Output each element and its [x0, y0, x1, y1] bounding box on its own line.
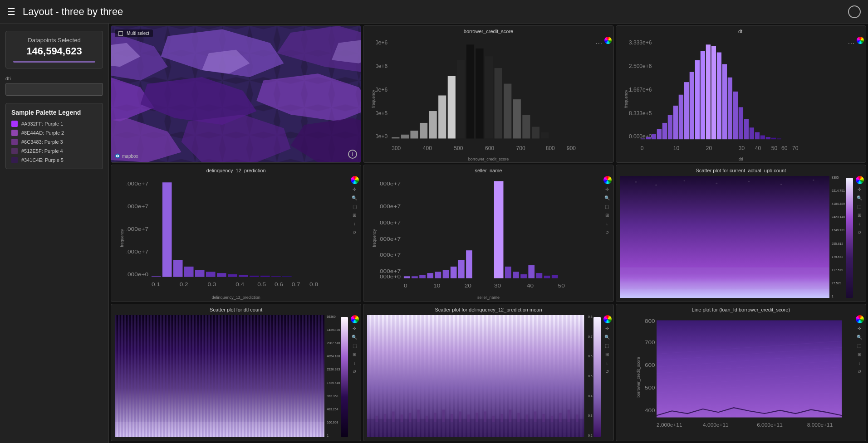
- select-icon-seller[interactable]: ⬚: [603, 203, 611, 210]
- link-icon-loan[interactable]: ⊞: [856, 351, 863, 358]
- chart-title-dti: dti: [616, 26, 866, 35]
- download-icon-delinquency[interactable]: ↓: [351, 220, 358, 227]
- svg-text:40: 40: [527, 283, 534, 289]
- svg-rect-125: [443, 270, 449, 278]
- svg-point-146: [683, 180, 685, 181]
- refresh-icon-delinquency[interactable]: ↺: [351, 229, 358, 236]
- chart-title-seller: seller_name: [363, 165, 613, 174]
- svg-rect-74: [755, 132, 759, 140]
- zoom-icon-seller[interactable]: 🔍: [603, 194, 611, 201]
- select-icon-delinquency[interactable]: ⬚: [351, 203, 358, 210]
- zoom-icon-sdti[interactable]: 🔍: [351, 333, 358, 341]
- svg-rect-165: [409, 413, 412, 422]
- y-axis-seller: frequency: [372, 229, 377, 247]
- link-icon-delinquency[interactable]: ⊞: [351, 211, 358, 219]
- svg-rect-169: [442, 409, 445, 422]
- svg-text:2.000e+7: 2.000e+7: [379, 253, 401, 258]
- svg-text:20: 20: [706, 145, 712, 151]
- refresh-icon-upb[interactable]: ↺: [856, 229, 863, 236]
- svg-rect-57: [662, 123, 667, 139]
- menu-dots-bcs[interactable]: …: [595, 38, 603, 46]
- datapoints-bar: [13, 61, 95, 63]
- zoom-icon-delinquency[interactable]: 🔍: [351, 194, 358, 201]
- dti-svg: 3.333e+6 2.500e+6 1.667e+6 8.333e+5 0.00…: [629, 37, 862, 154]
- svg-rect-67: [716, 53, 721, 140]
- move-icon-sdti[interactable]: ✛: [351, 325, 358, 332]
- download-icon-seller[interactable]: ↓: [603, 220, 611, 227]
- download-icon-sdti[interactable]: ↓: [351, 359, 358, 366]
- svg-text:2.000e+11: 2.000e+11: [657, 422, 682, 427]
- menu-dots-dti[interactable]: …: [848, 38, 855, 46]
- svg-text:6.000e+7: 6.000e+7: [127, 204, 148, 209]
- svg-point-18: [117, 156, 118, 156]
- svg-text:50: 50: [558, 283, 565, 289]
- svg-rect-132: [521, 274, 527, 278]
- svg-text:4.000e+7: 4.000e+7: [127, 226, 148, 232]
- map-multiselect[interactable]: Multi select: [115, 29, 153, 37]
- refresh-icon-loan[interactable]: ↺: [856, 368, 863, 375]
- refresh-icon-sdti[interactable]: ↺: [351, 368, 358, 375]
- svg-text:40: 40: [755, 145, 761, 151]
- move-icon-seller[interactable]: ✛: [603, 185, 611, 193]
- svg-rect-174: [484, 412, 487, 422]
- page-title: Layout - three by three: [23, 6, 848, 18]
- svg-rect-63: [695, 60, 699, 139]
- menu-icon[interactable]: ☰: [7, 6, 15, 17]
- svg-rect-129: [494, 181, 504, 278]
- svg-text:0.7: 0.7: [292, 282, 300, 287]
- svg-text:600: 600: [485, 145, 494, 151]
- select-icon-sdm[interactable]: ⬚: [603, 342, 611, 349]
- mapbox-label: mapbox: [122, 154, 138, 159]
- select-icon-loan[interactable]: ⬚: [856, 342, 863, 349]
- sdti-toolbar: ✛ 🔍 ⬚ ⊞ ↓ ↺: [351, 315, 359, 375]
- move-icon-upb[interactable]: ✛: [856, 185, 863, 193]
- svg-rect-173: [476, 413, 478, 422]
- link-icon-sdti[interactable]: ⊞: [351, 351, 358, 358]
- legend-card: Sample Palette Legend #A932FF: Purple 1#…: [5, 103, 103, 169]
- rainbow-icon-delinquency: [351, 176, 359, 184]
- chart-body-upb: ✛ 🔍 ⬚ ⊞ ↓ ↺: [616, 174, 866, 302]
- select-icon-upb[interactable]: ⬚: [856, 203, 863, 210]
- dti-input[interactable]: [5, 83, 103, 96]
- move-icon-loan[interactable]: ✛: [856, 325, 863, 332]
- svg-rect-155: [115, 315, 324, 437]
- zoom-icon-sdm[interactable]: 🔍: [603, 333, 611, 341]
- svg-rect-73: [749, 127, 754, 139]
- move-icon-sdm[interactable]: ✛: [603, 325, 611, 332]
- link-icon-upb[interactable]: ⊞: [856, 211, 863, 219]
- datapoints-value: 146,594,623: [13, 45, 95, 57]
- svg-text:2.500e+6: 2.500e+6: [629, 63, 652, 69]
- y-axis-dti: frequency: [623, 90, 628, 108]
- svg-rect-102: [260, 276, 270, 277]
- svg-rect-176: [501, 414, 504, 422]
- svg-point-145: [655, 185, 657, 186]
- svg-rect-38: [523, 115, 530, 139]
- svg-rect-35: [495, 68, 502, 138]
- refresh-icon-seller[interactable]: ↺: [603, 229, 611, 236]
- link-icon-sdm[interactable]: ⊞: [603, 351, 611, 358]
- zoom-icon-upb[interactable]: 🔍: [856, 194, 863, 201]
- svg-text:700: 700: [645, 340, 655, 346]
- svg-rect-64: [700, 51, 705, 139]
- chart-body-delinquency-mean: ✛ 🔍 ⬚ ⊞ ↓ ↺: [363, 313, 613, 441]
- zoom-icon-loan[interactable]: 🔍: [856, 333, 863, 341]
- header-circle-icon: [848, 5, 861, 18]
- move-icon-delinquency[interactable]: ✛: [351, 185, 358, 193]
- select-icon-sdti[interactable]: ⬚: [351, 342, 358, 349]
- sdm-svg: [367, 315, 584, 437]
- svg-text:60: 60: [781, 145, 788, 151]
- rainbow-icon-sdti: [351, 315, 359, 323]
- download-icon-loan[interactable]: ↓: [856, 359, 863, 366]
- svg-rect-131: [513, 272, 519, 278]
- link-icon-seller[interactable]: ⊞: [603, 211, 611, 219]
- download-icon-sdm[interactable]: ↓: [603, 359, 611, 366]
- svg-rect-100: [239, 275, 248, 277]
- main-layout: Datapoints Selected 146,594,623 dti Samp…: [0, 24, 868, 443]
- svg-text:6.000e+7: 6.000e+7: [379, 181, 401, 187]
- svg-rect-170: [451, 414, 453, 422]
- download-icon-upb[interactable]: ↓: [856, 220, 863, 227]
- svg-rect-58: [667, 115, 672, 140]
- chart-delinquency: delinquency_12_prediction ✛ 🔍 ⬚ ⊞ ↓ ↺ 8.…: [111, 165, 361, 302]
- svg-rect-95: [184, 267, 194, 277]
- refresh-icon-sdm[interactable]: ↺: [603, 368, 611, 375]
